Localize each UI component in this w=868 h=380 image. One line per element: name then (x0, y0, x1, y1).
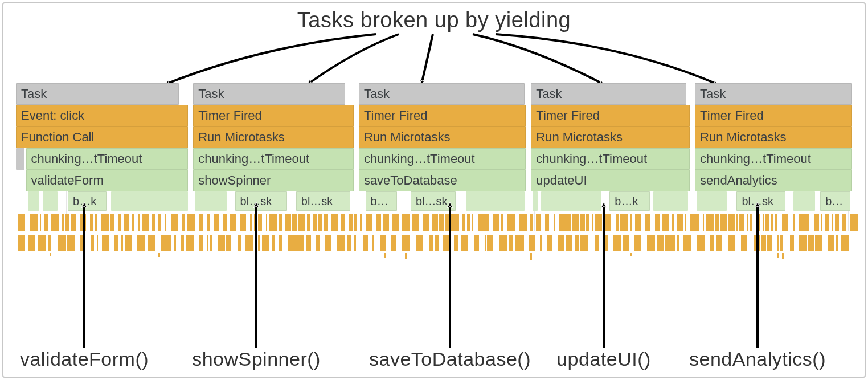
sub-bar: bl…sk (411, 191, 456, 211)
fn-label-4: sendAnalytics() (689, 348, 826, 370)
chunk-bar-1: chunking…tTimeout (193, 148, 354, 170)
chunk-bar-0: chunking…tTimeout (26, 148, 189, 170)
call-bar-2: Run Microtasks (359, 126, 526, 148)
stripe-row (16, 253, 852, 261)
fn-bar-0: validateForm (26, 170, 189, 191)
chunk-bar-3: chunking…tTimeout (531, 148, 690, 170)
sub-bar: bl…sk (736, 191, 785, 211)
fn-label-0: validateForm() (20, 348, 149, 370)
event-bar-4: Timer Fired (695, 105, 852, 126)
event-bar-2: Timer Fired (359, 105, 526, 126)
diagram-title: Tasks broken up by yielding (0, 8, 868, 32)
fn-label-1: showSpinner() (192, 348, 321, 370)
sub-bar (466, 191, 525, 211)
sub-bar (195, 191, 227, 211)
sub-bar: b… (366, 191, 398, 211)
fn-bar-3: updateUI (531, 170, 690, 191)
task-bar-2: Task (359, 83, 525, 105)
sub-bar: b…k (68, 191, 107, 211)
sub-bar: bl…sk (296, 191, 350, 211)
sub-bar: b…k (609, 191, 649, 211)
task-bar-3: Task (531, 83, 686, 105)
task-bar-0: Task (16, 83, 179, 105)
call-bar-1: Run Microtasks (193, 126, 354, 148)
call-bar-3: Run Microtasks (531, 126, 690, 148)
event-bar-1: Timer Fired (193, 105, 354, 126)
chunk-bar-4: chunking…tTimeout (695, 148, 852, 170)
event-bar-3: Timer Fired (531, 105, 690, 126)
stub-bar (16, 148, 24, 170)
sub-bar (653, 191, 689, 211)
sub-bar (541, 191, 601, 211)
fn-bar-2: saveToDatabase (359, 170, 526, 191)
event-bar-0: Event: click (16, 105, 188, 126)
sub-bar (793, 191, 815, 211)
task-bar-1: Task (193, 83, 345, 105)
sub-bar (111, 191, 188, 211)
bottom-labels: validateForm() showSpinner() saveToDatab… (0, 348, 868, 374)
fn-bar-1: showSpinner (193, 170, 354, 191)
call-bar-4: Run Microtasks (695, 126, 852, 148)
sub-bar (697, 191, 727, 211)
stripe-row (16, 235, 852, 251)
chunk-bar-2: chunking…tTimeout (359, 148, 526, 170)
sub-bar (533, 191, 538, 211)
fn-bar-4: sendAnalytics (695, 170, 852, 191)
call-bar-0: Function Call (16, 126, 188, 148)
stripe-row (16, 214, 852, 231)
flame-chart: Task Task Task Task Task Event: click Ti… (16, 83, 852, 231)
sub-bar (28, 191, 40, 211)
sub-bar (43, 191, 58, 211)
fn-label-2: saveToDatabase() (369, 348, 531, 370)
task-bar-4: Task (695, 83, 852, 105)
sub-bar: b… (820, 191, 850, 211)
sub-bar: bl…sk (235, 191, 287, 211)
fn-label-3: updateUI() (556, 348, 651, 370)
